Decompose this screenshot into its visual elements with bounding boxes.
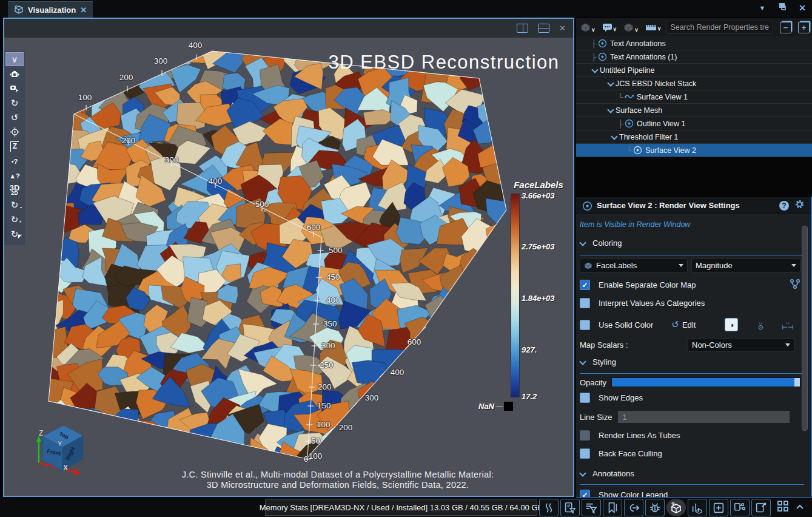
opacity-slider[interactable]: [611, 377, 800, 387]
window-menu-caret-icon[interactable]: ▼: [759, 4, 765, 12]
expander-chevron-icon[interactable]: [608, 107, 613, 113]
bug-debug-icon[interactable]: [645, 499, 665, 516]
zoom-rotate-icon[interactable]: ↻+: [5, 212, 24, 226]
tree-item-untitled-pipeline[interactable]: Untitled Pipeline: [576, 64, 812, 77]
orientation-axes-gizmo[interactable]: Top Front Right Y Z X: [36, 425, 83, 475]
bookmarks-icon[interactable]: [603, 499, 622, 516]
camera-pick-icon[interactable]: [5, 81, 24, 95]
interpret-values-checkbox[interactable]: [580, 298, 590, 308]
filter-list-icon[interactable]: [582, 499, 601, 516]
coloring-section-header[interactable]: Coloring: [580, 238, 803, 248]
gizmo-x-label: X: [63, 464, 68, 472]
redo-icon[interactable]: ↻: [5, 96, 24, 110]
undo-icon[interactable]: ↺: [5, 110, 24, 124]
array-select[interactable]: FaceLabels: [580, 258, 688, 272]
line-size-row: Line Size 1: [580, 411, 803, 423]
rescale-to-data-range-icon[interactable]: ↔⊙: [757, 320, 763, 329]
gizmo-y-label: Y: [58, 440, 62, 447]
cell-query-icon[interactable]: ▲?: [5, 169, 24, 183]
settings-title: Surface View 2 : Render View Settings: [597, 201, 774, 210]
split-vertical-icon[interactable]: [517, 24, 528, 33]
colorbar-tick: 2.75e+03: [522, 242, 564, 251]
tree-item-text-annotations-1[interactable]: ├ Text Annotations (1): [576, 50, 812, 64]
enable-separate-color-map-checkbox[interactable]: ✓: [580, 280, 590, 290]
component-select[interactable]: Magnitude: [691, 258, 800, 272]
rotate-pick-icon[interactable]: ↻◤: [5, 227, 24, 241]
svg-text:100: 100: [317, 420, 331, 429]
svg-text:100: 100: [309, 451, 323, 461]
section-divider: [580, 373, 804, 374]
edit-color-map-button[interactable]: ↺Edit: [671, 319, 696, 330]
tree-item-jcs-ebsd-nickel-stack[interactable]: JCS EBSD Nickel Stack: [576, 77, 812, 90]
filter-document-icon[interactable]: [560, 499, 580, 516]
rescale-to-custom-range-icon[interactable]: ↔⊢⊣: [782, 320, 793, 329]
coloring-combos-row: FaceLabels Magnitude: [580, 258, 803, 272]
datasets-dropdown[interactable]: ∨: [622, 21, 640, 34]
annotations-dropdown[interactable]: ∨: [600, 22, 619, 33]
3d-2d-toggle-icon[interactable]: 3D2D: [5, 183, 24, 197]
show-edges-checkbox[interactable]: [580, 393, 590, 403]
toolbar-collapse-button[interactable]: ∨: [5, 52, 24, 66]
invert-color-map-icon[interactable]: ◑: [725, 318, 738, 331]
show-color-legend-checkbox[interactable]: ✓: [580, 490, 590, 498]
back-face-culling-row: Back Face Culling: [580, 448, 803, 459]
color-map-branch-icon[interactable]: [790, 279, 800, 291]
histogram-data-icon[interactable]: [688, 499, 707, 516]
visualization-view-icon[interactable]: [666, 499, 686, 516]
point-query-icon[interactable]: •?: [5, 154, 24, 168]
expander-chevron-icon[interactable]: [611, 134, 617, 140]
geometry-visibility-dropdown[interactable]: ∨: [579, 21, 597, 34]
expander-chevron-icon[interactable]: [608, 81, 613, 86]
tree-item-outline-view-1[interactable]: ├ Outline View 1: [576, 117, 812, 130]
svg-text:300: 300: [365, 393, 379, 402]
tab-close-icon[interactable]: ✕: [80, 5, 87, 15]
settings-scrollbar[interactable]: [802, 226, 808, 431]
scene-title: 3D EBSD Reconstruction: [320, 52, 568, 73]
settings-header: Surface View 2 : Render View Settings ?: [576, 197, 811, 214]
search-input[interactable]: [666, 21, 773, 34]
render-lines-as-tubes-checkbox[interactable]: [580, 430, 590, 441]
map-scalars-select[interactable]: Non-Colors: [688, 338, 794, 352]
grid-layout-icon[interactable]: [777, 500, 789, 515]
render-canvas[interactable]: 1002003004002003004005006005004504003503…: [4, 38, 573, 495]
svg-text:600: 600: [408, 337, 421, 346]
use-solid-color-checkbox[interactable]: [580, 320, 590, 330]
help-icon[interactable]: ?: [779, 201, 789, 211]
window-close-icon[interactable]: ✕: [799, 3, 806, 13]
section-divider: [580, 255, 804, 255]
pipeline-queue-icon[interactable]: [539, 499, 559, 516]
dream3d-nx-window: Visualization ✕ ▼ ✕ ✕ 100200300400200300…: [0, 0, 812, 517]
annotations-section-header[interactable]: Annotations: [580, 469, 803, 478]
gear-icon[interactable]: [794, 199, 805, 212]
tree-item-surface-view-2[interactable]: └ Surface View 2: [576, 144, 812, 157]
measurement-dropdown[interactable]: ∨: [643, 22, 663, 33]
memory-stats: Memory Stats [DREAM3D-NX / Used / Instal…: [265, 499, 537, 516]
tree-item-surface-view-1[interactable]: └ Surface View 1: [576, 90, 812, 104]
expander-chevron-icon[interactable]: [592, 67, 597, 73]
orbit-camera-icon[interactable]: [5, 125, 24, 139]
back-face-culling-checkbox[interactable]: [580, 448, 590, 459]
collapse-statusbar-chevron-icon[interactable]: [795, 502, 805, 513]
styling-section-header[interactable]: Styling: [580, 357, 803, 367]
camera-reset-icon[interactable]: [5, 67, 24, 81]
tab-visualization[interactable]: Visualization ✕: [8, 1, 93, 18]
gizmo-z-label: Z: [39, 429, 43, 438]
line-size-input[interactable]: 1: [618, 411, 790, 423]
expand-all-button[interactable]: +: [798, 22, 810, 33]
tree-item-text-annotations[interactable]: ├ Text Annotations: [576, 37, 812, 50]
ebsd-3d-scene[interactable]: 1002003004002003004005006005004504003503…: [4, 38, 573, 495]
z-axis-align-icon[interactable]: Z: [5, 140, 24, 154]
pinned-document-icon[interactable]: [751, 499, 771, 516]
render-view-close-icon[interactable]: ✕: [559, 24, 566, 33]
collapse-all-button[interactable]: −: [780, 22, 791, 33]
tree-item-surface-mesh[interactable]: Surface Mesh: [576, 104, 812, 117]
split-horizontal-icon[interactable]: [538, 24, 549, 33]
grain-microstructure: [8, 38, 542, 486]
rotate-camera-icon[interactable]: ↻•: [5, 198, 24, 212]
tree-item-threshold-filter-1[interactable]: Threshold Filter 1: [576, 130, 812, 144]
export-arrow-icon[interactable]: [624, 499, 643, 516]
tree-toolbar: ∨ ∨ ∨ ∨ − +: [576, 18, 812, 36]
add-view-icon[interactable]: [709, 499, 728, 516]
window-restore-icon[interactable]: [777, 2, 787, 13]
pipeline-branch-icon[interactable]: [730, 499, 750, 516]
